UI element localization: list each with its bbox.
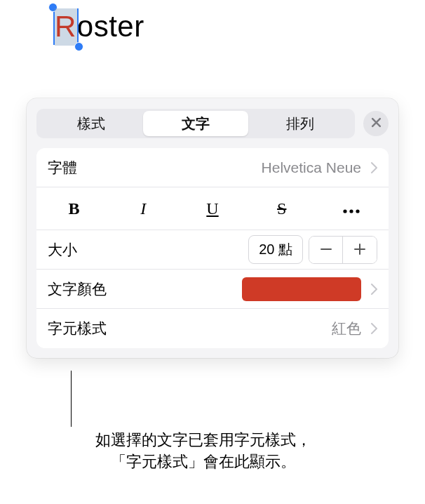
tab-arrange[interactable]: 排列	[248, 111, 353, 136]
tab-style[interactable]: 樣式	[39, 111, 143, 136]
character-style-row[interactable]: 字元樣式 紅色	[36, 309, 389, 348]
callout-leader-line	[71, 371, 72, 427]
text-color-swatch[interactable]	[242, 277, 361, 301]
character-style-value: 紅色	[332, 319, 361, 338]
font-label: 字體	[48, 158, 255, 178]
minus-icon	[320, 240, 332, 260]
selection-handle-end[interactable]	[74, 42, 83, 51]
font-row[interactable]: 字體 Helvetica Neue	[36, 148, 389, 187]
document-canvas[interactable]: R oster	[0, 0, 425, 95]
format-buttons-row: B I U S	[36, 187, 389, 230]
underline-button[interactable]: U	[178, 194, 248, 223]
svg-point-2	[356, 209, 359, 213]
callout-line-1: 如選擇的文字已套用字元樣式，	[95, 431, 311, 449]
close-icon	[371, 117, 382, 130]
panel-header: 樣式 文字 排列	[27, 109, 398, 148]
svg-point-1	[349, 209, 353, 213]
text-object[interactable]: R oster	[55, 10, 144, 44]
size-control: 20 點	[248, 235, 377, 264]
size-stepper	[309, 236, 377, 264]
plus-icon	[353, 240, 366, 260]
size-value-field[interactable]: 20 點	[248, 235, 303, 264]
unselected-text[interactable]: oster	[77, 10, 144, 44]
size-decrease-button[interactable]	[309, 237, 343, 263]
inspector-tabs: 樣式 文字 排列	[36, 109, 355, 138]
chevron-right-icon	[371, 162, 377, 173]
font-value: Helvetica Neue	[262, 159, 361, 176]
strikethrough-button[interactable]: S	[247, 194, 316, 223]
more-formatting-button[interactable]	[316, 194, 386, 223]
text-color-label: 文字顏色	[48, 279, 235, 299]
selection-caret-right[interactable]	[77, 8, 79, 44]
chevron-right-icon	[371, 323, 377, 334]
text-selection[interactable]: R	[55, 10, 77, 44]
text-settings-list: 字體 Helvetica Neue B I U S 大小 20 點	[36, 148, 389, 348]
bold-button[interactable]: B	[39, 194, 109, 223]
text-color-row[interactable]: 文字顏色	[36, 270, 389, 309]
tab-text[interactable]: 文字	[143, 111, 248, 136]
chevron-right-icon	[371, 284, 377, 295]
close-button[interactable]	[363, 111, 389, 136]
callout-line-2: 「字元樣式」會在此顯示。	[111, 453, 296, 470]
format-inspector-panel: 樣式 文字 排列 字體 Helvetica Neue B I U S	[27, 98, 398, 358]
svg-point-0	[343, 209, 346, 213]
character-style-label: 字元樣式	[48, 319, 325, 338]
selected-character[interactable]: R	[55, 8, 77, 46]
ellipsis-icon	[342, 199, 360, 218]
callout-text: 如選擇的文字已套用字元樣式， 「字元樣式」會在此顯示。	[56, 430, 351, 473]
italic-button[interactable]: I	[109, 194, 178, 223]
size-label: 大小	[48, 240, 241, 260]
size-row: 大小 20 點	[36, 230, 389, 270]
size-increase-button[interactable]	[343, 237, 377, 263]
